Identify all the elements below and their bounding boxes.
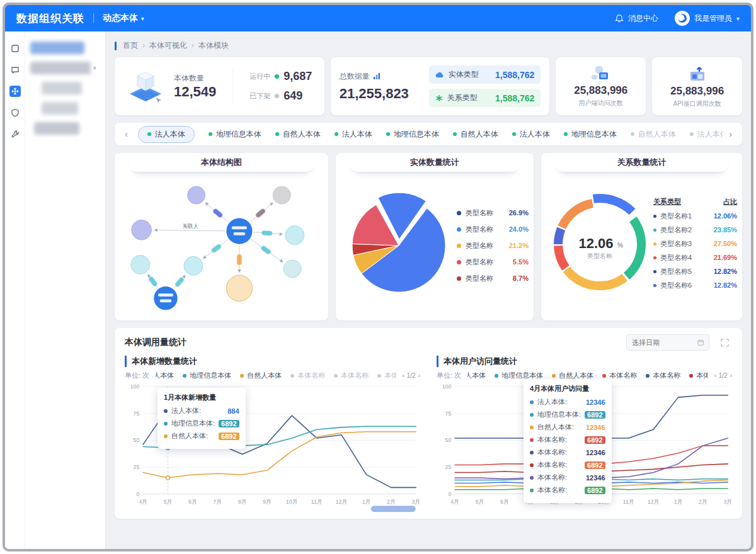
move-icon[interactable] xyxy=(9,86,21,97)
graph-node[interactable] xyxy=(226,275,252,301)
pie-legend-item[interactable]: 类型名称24.0% xyxy=(457,225,529,234)
tooltip-row: 法人本体:12346 xyxy=(530,397,605,407)
expand-icon[interactable] xyxy=(717,335,732,350)
legend-dot xyxy=(530,438,534,442)
sidebar-item-blurred[interactable] xyxy=(34,122,79,135)
tab-pill[interactable]: 自然人本体 xyxy=(631,129,676,140)
legend-item[interactable]: 本体名称 xyxy=(334,371,369,380)
tab-pill[interactable]: 自然人本体 xyxy=(275,129,321,140)
relation-type-pill[interactable]: 关系类型 1,588,762 xyxy=(429,89,541,107)
relation-type-name: 类型名称3 xyxy=(660,239,692,249)
relation-table-row[interactable]: 类型名称612.82% xyxy=(653,281,737,290)
sidebar-item-blurred[interactable] xyxy=(42,102,78,115)
x-tick-label: 2月 xyxy=(387,499,396,505)
graph-node[interactable] xyxy=(285,226,304,245)
tab-pill[interactable]: 自然人本体 xyxy=(453,129,498,140)
topbar-divider xyxy=(93,13,94,23)
chat-icon[interactable] xyxy=(9,64,21,76)
legend-dot xyxy=(530,413,534,417)
total-data-value: 21,255,823 xyxy=(340,86,421,102)
tooltip-value: 6892 xyxy=(219,420,239,427)
graph-node[interactable] xyxy=(188,186,205,204)
relation-table-row[interactable]: 类型名称327.50% xyxy=(653,239,737,249)
graph-node[interactable] xyxy=(132,220,152,240)
sidebar-item-blurred[interactable] xyxy=(30,62,91,74)
shield-icon[interactable] xyxy=(9,107,21,118)
breadcrumb-item[interactable]: 本体可视化 xyxy=(149,41,187,50)
legend-item[interactable]: 自然人本体 xyxy=(240,371,282,380)
tab-pill[interactable]: 法人本体 xyxy=(690,129,723,140)
tab-label: 地理信息本体 xyxy=(571,129,617,140)
tab-pill[interactable]: 地理信息本体 xyxy=(209,129,261,140)
tab-pill[interactable]: 法人本体 xyxy=(512,129,550,140)
user-menu[interactable]: 我是管理员 ▾ xyxy=(675,11,740,26)
donut-segment[interactable] xyxy=(562,203,593,227)
tab-pill[interactable]: 法人本体 xyxy=(138,126,195,143)
tooltip-row: 地理信息本体:6892 xyxy=(164,419,239,428)
date-picker[interactable] xyxy=(626,334,709,351)
legend-item[interactable]: 本体名称 xyxy=(689,371,707,380)
pie-legend-item[interactable]: 类型名称5.5% xyxy=(457,257,529,267)
relation-table-row[interactable]: 类型名称421.69% xyxy=(653,253,737,263)
relation-table-row[interactable]: 类型名称112.06% xyxy=(653,212,737,221)
legend-next-icon[interactable]: › xyxy=(418,372,420,379)
api-calls-value: 25,883,996 xyxy=(670,85,724,98)
donut-segment[interactable] xyxy=(558,246,566,268)
sidebar-item-blurred-active[interactable] xyxy=(30,42,84,54)
donut-segment[interactable] xyxy=(566,269,624,286)
graph-node[interactable] xyxy=(184,256,203,275)
donut-segment[interactable] xyxy=(593,198,633,212)
pie-legend-item[interactable]: 类型名称8.7% xyxy=(457,274,529,283)
breadcrumb-item[interactable]: 本体模块 xyxy=(198,41,229,50)
wrench-icon[interactable] xyxy=(9,128,21,140)
pie-legend-item[interactable]: 类型名称21.2% xyxy=(457,241,529,251)
y-tick-label: 0 xyxy=(136,491,139,497)
legend-value: 5.5% xyxy=(513,258,529,266)
relation-type-share: 12.82% xyxy=(714,268,737,275)
x-tick-label: 4月 xyxy=(450,499,459,505)
relation-table-row[interactable]: 类型名称512.82% xyxy=(653,267,737,276)
tab-pill[interactable]: 地理信息本体 xyxy=(386,129,439,140)
legend-item[interactable]: 本体名称 xyxy=(646,371,680,380)
topbar: 数据组织关联 动态本体 ▾ 消息中心 xyxy=(5,5,751,31)
nav-dynamic-ontology[interactable]: 动态本体 ▾ xyxy=(103,13,144,24)
legend-label: 本体名称 xyxy=(696,371,707,380)
legend-item[interactable]: 本体名称 xyxy=(290,371,325,380)
graph-node[interactable] xyxy=(284,260,301,278)
legend-next-icon[interactable]: › xyxy=(730,372,732,379)
breadcrumb-item[interactable]: 首页 xyxy=(123,41,138,50)
tooltip-label: 法人本体: xyxy=(537,397,567,407)
legend-item[interactable]: 法人本体 xyxy=(467,371,486,380)
entity-type-pill[interactable]: 实体类型 1,588,762 xyxy=(429,65,541,84)
app-window: 数据组织关联 动态本体 ▾ 消息中心 xyxy=(3,3,753,551)
message-center-button[interactable]: 消息中心 xyxy=(615,13,658,24)
graph-node-primary[interactable] xyxy=(154,286,177,310)
tab-pill[interactable]: 地理信息本体 xyxy=(564,129,617,140)
donut-segment[interactable] xyxy=(626,219,641,276)
sidebar-icon-rail xyxy=(5,31,25,549)
donut-segment[interactable] xyxy=(558,229,561,244)
data-zoom-slider[interactable] xyxy=(371,506,415,512)
legend-prev-icon[interactable]: ‹ xyxy=(402,372,404,379)
tabs-next-icon[interactable]: › xyxy=(725,129,736,139)
tabs-prev-icon[interactable]: ‹ xyxy=(121,129,132,139)
tab-pill[interactable]: 法人本体 xyxy=(335,129,372,140)
pie-legend-item[interactable]: 类型名称26.9% xyxy=(457,208,529,218)
legend-dot xyxy=(602,374,606,378)
legend-item[interactable]: 法人本体 xyxy=(156,371,174,380)
relation-type-label: 关系类型 xyxy=(447,93,478,103)
graph-node-primary[interactable] xyxy=(226,218,252,244)
grid-icon[interactable] xyxy=(9,43,21,54)
date-input[interactable] xyxy=(632,339,694,346)
graph-node[interactable] xyxy=(131,255,150,274)
relation-type-share: 12.06% xyxy=(714,212,737,220)
sidebar-item-blurred[interactable] xyxy=(42,82,82,94)
ontology-structure-graph: 关联人 xyxy=(120,177,323,314)
legend-item[interactable]: 地理信息本体 xyxy=(183,371,231,380)
tab-status-dot xyxy=(335,132,338,136)
graph-node[interactable] xyxy=(273,186,290,204)
asterisk-icon xyxy=(435,94,443,102)
legend-prev-icon[interactable]: ‹ xyxy=(714,372,716,379)
legend-item[interactable]: 本体名称 xyxy=(377,371,396,380)
relation-table-row[interactable]: 类型名称223.85% xyxy=(653,225,737,235)
